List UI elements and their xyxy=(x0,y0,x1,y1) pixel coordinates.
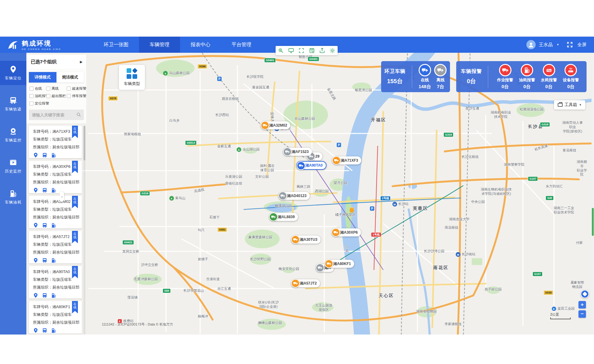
vehicle-card[interactable]: 车牌号码：湘A80KF1车辆类型：垃圾压缩车所属组织：厨余垃圾项目部在线 xyxy=(29,301,82,334)
vehicle-marker[interactable]: 湘AF1523 xyxy=(283,148,312,156)
filter-checkbox[interactable]: 离线 xyxy=(46,86,67,91)
vehicle-type-button[interactable]: 车辆类型 xyxy=(119,65,145,90)
vehicle-card[interactable]: 车牌号码：湘A32M02车辆类型：垃圾压缩车所属组织：厨余垃圾项目部在线 xyxy=(29,196,82,228)
track-icon[interactable] xyxy=(42,222,47,228)
checkbox-box-icon[interactable] xyxy=(67,94,71,98)
marker-plate: 湘A30TU3 xyxy=(300,237,317,242)
vehicle-marker[interactable]: 湘AD40123 xyxy=(279,192,310,200)
truck-marker-icon xyxy=(325,259,333,268)
filter-checkbox[interactable]: 停车报警 xyxy=(67,94,84,98)
alarm-stat-device[interactable]: 设备报警0台 xyxy=(563,64,579,90)
offline-stat[interactable]: 离线 7台 xyxy=(434,64,447,90)
vehicle-card[interactable]: 车牌号码：湘A71XF3车辆类型：垃圾压缩车所属组织：厨余垃圾项目部在线 xyxy=(29,126,82,158)
nav-menu-item[interactable]: 平台管理 xyxy=(221,37,262,53)
fuel-icon[interactable] xyxy=(51,152,56,158)
list-scrollbar-thumb[interactable] xyxy=(83,126,85,160)
vehicle-card[interactable]: 车牌号码：湘A90TA0车辆类型：垃圾压缩车所属组织：厨余垃圾项目部在线 xyxy=(29,266,82,299)
search-input[interactable] xyxy=(29,110,84,120)
save-icon[interactable] xyxy=(309,47,315,54)
page-scrollbar-thumb[interactable] xyxy=(592,208,594,236)
nav-menu-item[interactable]: 报表中心 xyxy=(180,37,221,53)
alarm-stat-fuel[interactable]: 油耗报警0台 xyxy=(519,64,535,90)
locate-icon[interactable] xyxy=(33,293,38,298)
alarm-label: 设备报警 xyxy=(563,77,579,83)
user-avatar[interactable] xyxy=(526,40,536,49)
tab-simple[interactable]: 简洁模式 xyxy=(56,72,84,83)
vehicle-marker[interactable]: 湘A90TA0 xyxy=(296,161,326,170)
fullscreen-icon[interactable] xyxy=(567,42,573,48)
tab-detail[interactable]: 详情模式 xyxy=(29,72,56,83)
checkbox-box-icon[interactable] xyxy=(46,94,50,98)
monitor-icon[interactable] xyxy=(288,47,294,54)
vehicle-marker[interactable]: 湘A30TU3 xyxy=(291,236,321,244)
map-canvas[interactable]: 智造小镇乌山森林公园▲长沙医学院月亮岛▲黄金园互通银星湾公园观音岩枢纽星沙互通松… xyxy=(26,53,594,335)
filter-checkbox[interactable]: 超出围栏 xyxy=(46,94,67,98)
checkbox-box-icon[interactable] xyxy=(29,87,34,91)
locate-icon[interactable] xyxy=(33,152,38,158)
filter-checkbox[interactable]: 油耗报警 xyxy=(29,94,46,98)
vehicle-marker[interactable]: 湘A57JT2 xyxy=(291,279,320,287)
panel-collapse-button[interactable]: ‹ xyxy=(60,191,64,201)
locate-icon[interactable] xyxy=(33,187,38,193)
vehicle-marker[interactable]: 湘A71XF3 xyxy=(332,156,361,164)
org-expand-icon[interactable]: ▶ xyxy=(80,60,83,64)
expand-icon[interactable] xyxy=(298,47,304,54)
locate-icon[interactable] xyxy=(33,328,38,333)
fuel-icon[interactable] xyxy=(51,293,56,298)
checkbox-box-icon[interactable] xyxy=(67,87,71,91)
sidebar-item-video[interactable]: 历史监控 xyxy=(0,154,26,178)
filter-checkbox[interactable]: 定位报警 xyxy=(29,101,46,106)
vehicle-marker[interactable]: 湘AL8839 xyxy=(269,213,298,221)
toolbox-button[interactable]: 工具箱 ▼ xyxy=(554,100,585,110)
track-icon[interactable] xyxy=(42,152,47,158)
search-icon[interactable] xyxy=(76,112,81,117)
fullscreen-label[interactable]: 全屏 xyxy=(577,42,587,48)
vehicle-marker[interactable]: 湘A80KF1 xyxy=(325,260,354,268)
road-shield-X076: X076 xyxy=(108,96,118,101)
road-shield-G319: G319 xyxy=(443,133,453,137)
fuel-icon[interactable] xyxy=(51,258,56,263)
filter-checkbox[interactable]: 超速报警 xyxy=(67,86,84,91)
nav-menu-item[interactable]: 环卫一张图 xyxy=(93,37,139,53)
checkbox-box-icon[interactable] xyxy=(29,94,34,98)
track-icon[interactable] xyxy=(42,328,47,333)
map-layers-button[interactable] xyxy=(581,290,589,298)
locate-icon[interactable] xyxy=(33,258,38,263)
sidebar-item-fuel[interactable]: 车辆油耗 xyxy=(0,185,26,209)
locate-icon[interactable] xyxy=(33,222,38,228)
vehicle-marker[interactable]: 湘A32M02 xyxy=(261,121,290,129)
fuel-icon[interactable] xyxy=(51,222,56,228)
zoom-out-button[interactable]: − xyxy=(578,310,586,318)
track-icon[interactable] xyxy=(42,258,47,263)
fuel-icon[interactable] xyxy=(51,328,56,333)
alarm-stat-water[interactable]: 水耗报警0台 xyxy=(541,64,557,90)
zoom-in-button[interactable]: + xyxy=(578,301,586,308)
toolbox-icon xyxy=(558,103,563,107)
zoom-tool-icon[interactable] xyxy=(278,47,284,54)
vehicle-card[interactable]: 车牌号码：湘A57JT2车辆类型：垃圾压缩车所属组织：厨余垃圾项目部在线 xyxy=(29,231,82,263)
page-scrollbar[interactable] xyxy=(592,53,594,335)
export-icon[interactable] xyxy=(319,47,325,54)
road-shield-X096: X096 xyxy=(197,64,207,69)
track-icon[interactable] xyxy=(42,187,47,193)
online-truck-icon xyxy=(419,64,431,76)
checkbox-box-icon[interactable] xyxy=(46,87,50,91)
filter-checkbox[interactable]: 在线 xyxy=(29,86,46,91)
user-name[interactable]: 王水晶 xyxy=(539,42,553,48)
alarm-stat-truck[interactable]: 作业报警0台 xyxy=(497,64,513,90)
nav-menu-item[interactable]: 车辆管理 xyxy=(139,37,180,53)
sidebar-item-camera[interactable]: 车辆监控 xyxy=(0,123,26,147)
org-selector[interactable]: 已选7个组织 ▶ xyxy=(26,55,86,69)
checkbox-box-icon[interactable] xyxy=(29,101,34,106)
track-icon[interactable] xyxy=(42,293,47,298)
vehicle-marker[interactable]: 湘A30XP6 xyxy=(332,228,361,236)
settings-icon[interactable] xyxy=(329,47,335,54)
user-chevron-down-icon[interactable]: ▼ xyxy=(556,43,559,46)
vehicle-card[interactable]: 车牌号码：湘A30XP6车辆类型：垃圾压缩车所属组织：厨余垃圾项目部在线 xyxy=(29,161,82,193)
sidebar-item-pin[interactable]: 车辆定位 xyxy=(0,61,26,85)
fuel-icon[interactable] xyxy=(51,187,56,193)
truck-marker-icon xyxy=(331,228,340,237)
parking-icon: P xyxy=(217,77,222,81)
online-stat[interactable]: 在线 148台 xyxy=(419,64,431,90)
sidebar-item-bus[interactable]: 车辆轨迹 xyxy=(0,92,26,116)
